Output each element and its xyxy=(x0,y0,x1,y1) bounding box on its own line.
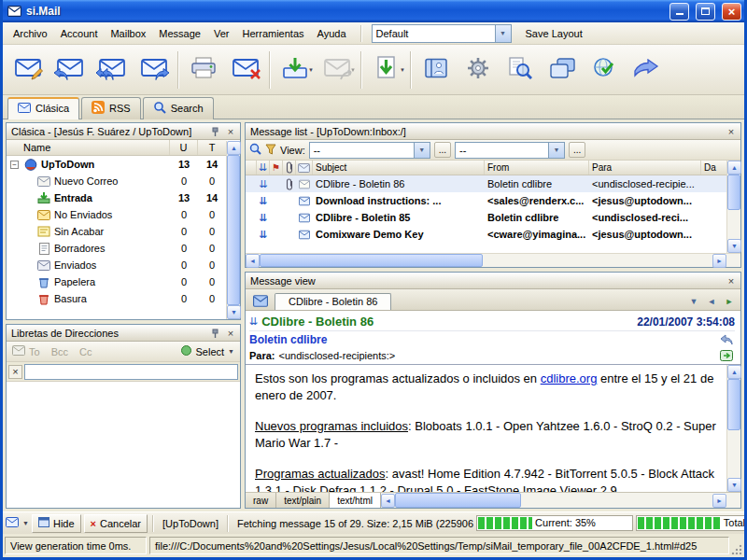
format-tab-raw[interactable]: raw xyxy=(246,493,276,508)
envelope-column-header[interactable] xyxy=(296,161,313,175)
chevron-down-icon[interactable]: ▼ xyxy=(308,67,314,73)
cc-button[interactable]: Cc xyxy=(79,346,92,357)
folder-row-nuevo-correo[interactable]: Nuevo Correo00 xyxy=(7,173,226,189)
scrollbar-thumb[interactable] xyxy=(727,175,740,210)
save-layout-button[interactable]: Save Layout xyxy=(519,25,589,42)
menu-ayuda[interactable]: Ayuda xyxy=(311,25,353,42)
filter-icon[interactable] xyxy=(265,144,276,157)
message-tab[interactable]: CDlibre - Boletin 86 xyxy=(275,293,391,310)
search-button[interactable] xyxy=(499,48,541,92)
chevron-down-icon[interactable]: ▼ xyxy=(495,25,511,42)
address-list[interactable] xyxy=(7,382,240,508)
address-book-button[interactable] xyxy=(415,48,457,92)
menu-archivo[interactable]: Archivo xyxy=(7,25,54,42)
go-button[interactable] xyxy=(625,48,667,92)
close-panel-icon[interactable]: × xyxy=(725,125,738,138)
reply-all-button[interactable] xyxy=(91,48,133,92)
address-filter-input[interactable] xyxy=(24,364,238,380)
search-icon[interactable] xyxy=(249,143,261,157)
open-message-icon[interactable] xyxy=(249,292,272,309)
send-button[interactable]: ▼ xyxy=(316,48,358,92)
scrollbar-thumb[interactable] xyxy=(395,493,521,508)
folder-row-basura[interactable]: Basura00 xyxy=(7,290,226,307)
tab-search[interactable]: Search xyxy=(143,97,214,119)
scrollbar-thumb[interactable] xyxy=(260,254,483,267)
layout-select[interactable]: Default ▼ xyxy=(372,24,512,43)
scroll-down-icon[interactable]: ▼ xyxy=(727,239,741,253)
folder-row-uptodown[interactable]: −UpToDown1314 xyxy=(7,156,226,173)
message-body-scrollbar[interactable]: ▲ ▼ xyxy=(726,365,740,492)
download-button[interactable]: ▼ xyxy=(365,48,407,92)
tab-menu-icon[interactable]: ▼ xyxy=(686,294,701,308)
message-row-cdlibre-boletin-86[interactable]: ⇊CDlibre - Boletin 86Boletin cdlibre<und… xyxy=(246,175,726,192)
minimize-button[interactable] xyxy=(669,3,689,21)
print-button[interactable] xyxy=(182,48,224,92)
message-row-comixware-demo-key[interactable]: ⇊Comixware Demo Key<cware@yimagina...<je… xyxy=(246,226,726,243)
chevron-down-icon[interactable]: ▼ xyxy=(548,143,564,158)
flag-column-header[interactable]: ⚑ xyxy=(270,161,283,175)
reply-button[interactable] xyxy=(49,48,91,92)
scroll-right-icon[interactable]: ► xyxy=(712,494,726,508)
attachment-column-header[interactable] xyxy=(283,161,296,175)
menu-ver[interactable]: Ver xyxy=(207,25,236,42)
format-tab-text-html[interactable]: text/html xyxy=(330,493,381,508)
delete-button[interactable] xyxy=(224,48,266,92)
close-panel-icon[interactable]: × xyxy=(224,327,237,340)
title-bar[interactable]: si.Mail × xyxy=(3,0,744,22)
message-row-download-instructions[interactable]: ⇊Download instructions: ...<sales@render… xyxy=(246,192,726,209)
pin-icon[interactable] xyxy=(208,125,221,138)
to-button[interactable]: To xyxy=(12,345,40,357)
column-header-unread[interactable]: U xyxy=(170,140,198,155)
scroll-right-icon[interactable]: ► xyxy=(712,254,726,268)
windows-button[interactable] xyxy=(541,48,583,92)
scroll-up-icon[interactable]: ▲ xyxy=(727,365,741,379)
tab-cla-sica[interactable]: Clásica xyxy=(7,97,79,119)
close-panel-icon[interactable]: × xyxy=(725,274,738,287)
column-header-total[interactable]: T xyxy=(198,140,226,155)
menu-message[interactable]: Message xyxy=(152,25,207,42)
scroll-down-icon[interactable]: ▼ xyxy=(727,478,741,492)
message-list-hscrollbar[interactable]: ◄ ► xyxy=(246,253,740,267)
scroll-left-icon[interactable]: ◄ xyxy=(246,254,260,268)
column-header-name[interactable]: Name xyxy=(7,140,170,155)
view-sort-more-button[interactable]: ... xyxy=(569,142,585,158)
update-button[interactable] xyxy=(583,48,625,92)
compose-button[interactable] xyxy=(7,48,49,92)
settings-button[interactable] xyxy=(457,48,499,92)
view-filter-more-button[interactable]: ... xyxy=(434,142,451,158)
read-state-column-header[interactable] xyxy=(246,161,257,175)
scroll-up-icon[interactable]: ▲ xyxy=(227,141,241,155)
view-filter-select[interactable]: -- ▼ xyxy=(309,142,430,159)
message-row-cdlibre-boletin-85[interactable]: ⇊CDlibre - Boletin 85Boletin cdlibre<und… xyxy=(246,209,726,226)
close-panel-icon[interactable]: × xyxy=(224,125,237,138)
receive-button[interactable]: ▼ xyxy=(274,48,316,92)
select-button[interactable]: Select ▼ xyxy=(181,345,234,357)
chevron-down-icon[interactable]: ▼ xyxy=(400,67,405,73)
resize-grip[interactable] xyxy=(730,543,742,555)
folder-row-papelera[interactable]: Papelera00 xyxy=(7,273,226,290)
hide-button[interactable]: Hide xyxy=(32,514,81,533)
mail-status-menu-button[interactable]: ▼ xyxy=(6,517,29,529)
folders-scrollbar[interactable]: ▲ ▼ xyxy=(226,141,240,319)
tab-rss[interactable]: RSS xyxy=(81,97,141,119)
column-header-date[interactable]: Da xyxy=(701,161,726,175)
message-body-hscrollbar[interactable]: ◄ ► xyxy=(381,493,740,508)
folder-row-enviados[interactable]: Enviados00 xyxy=(7,257,226,273)
chevron-down-icon[interactable]: ▼ xyxy=(414,143,430,158)
folder-row-entrada[interactable]: Entrada1314 xyxy=(7,189,226,206)
scrollbar-thumb[interactable] xyxy=(727,379,740,430)
column-header-para[interactable]: Para xyxy=(589,161,701,175)
bcc-button[interactable]: Bcc xyxy=(51,346,68,357)
scroll-left-icon[interactable]: ◄ xyxy=(381,494,395,508)
format-tab-text-plain[interactable]: text/plain xyxy=(276,493,330,508)
email-from[interactable]: Boletin cdlibre xyxy=(249,333,327,346)
folder-row-sin-acabar[interactable]: Sin Acabar00 xyxy=(7,223,226,240)
cancel-button[interactable]: × Cancelar xyxy=(84,514,148,533)
menu-account[interactable]: Account xyxy=(54,25,105,42)
message-list-scrollbar[interactable]: ▲ ▼ xyxy=(726,161,740,253)
scrollbar-thumb[interactable] xyxy=(227,155,240,305)
next-message-icon[interactable]: ► xyxy=(722,294,737,308)
scroll-down-icon[interactable]: ▼ xyxy=(227,305,241,319)
pin-icon[interactable] xyxy=(208,327,221,340)
folder-row-no-enviados[interactable]: No Enviados00 xyxy=(7,206,226,223)
